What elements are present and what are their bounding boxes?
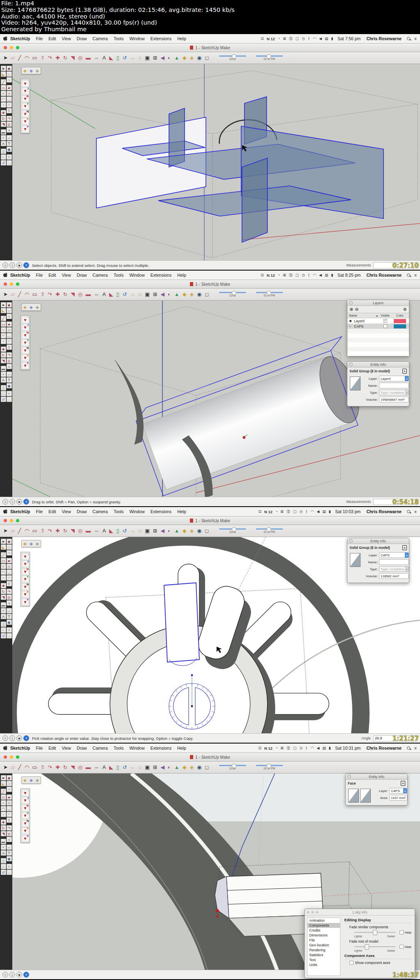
palette-tool-rotated-rectangle[interactable]: ▰ xyxy=(7,85,12,90)
palette-tool-freehand[interactable]: ~ xyxy=(7,314,12,319)
geolocation-status-icon[interactable]: + xyxy=(2,499,8,505)
volume-icon[interactable]: ◀ xyxy=(319,273,322,277)
tool-paint-bucket-icon[interactable]: ◣ xyxy=(109,765,113,770)
front-view-icon[interactable]: ◈ xyxy=(35,305,40,310)
tool-select-icon[interactable]: ➤ xyxy=(3,528,7,534)
tool-zoom-extents-icon[interactable]: ⊞ xyxy=(153,765,157,770)
palette-tool-dimensions[interactable]: ⇔ xyxy=(7,372,12,377)
tool-offset-icon[interactable]: ◎ xyxy=(78,528,82,534)
bluetooth-icon[interactable]: ᛒ xyxy=(308,37,310,41)
palette-tool-3d-text[interactable]: T xyxy=(7,850,12,856)
palette-tool-circle[interactable]: ○ xyxy=(1,564,6,569)
top-view-icon[interactable]: ◈ xyxy=(29,305,34,310)
airplay-icon[interactable]: ▢ xyxy=(293,746,297,750)
fade-slider-thumb[interactable] xyxy=(365,944,369,950)
palette-tool-follow-me[interactable]: ↷ xyxy=(7,589,12,594)
slider-thumb[interactable] xyxy=(232,291,236,295)
push-f-icon[interactable]: ▼F xyxy=(22,126,29,133)
menu-item-edit[interactable]: Edit xyxy=(48,36,56,41)
menu-item-tools[interactable]: Tools xyxy=(114,273,124,278)
clock-icon[interactable]: ◷ xyxy=(299,746,303,750)
tool-text-icon[interactable]: A xyxy=(103,765,106,770)
app-badge-icon[interactable]: N 12 xyxy=(264,510,272,514)
menu-item-extensions[interactable]: Extensions xyxy=(151,273,171,278)
palette-tool-rotate[interactable]: ↻ xyxy=(1,116,6,121)
spotlight-search-icon[interactable] xyxy=(406,37,411,41)
smart-push-icon[interactable]: ▼▫ xyxy=(22,317,29,324)
tool-move-icon[interactable]: ✚ xyxy=(55,765,59,770)
spotlight-search-icon[interactable] xyxy=(406,746,411,750)
palette-tool-look-around[interactable]: ◉ xyxy=(7,147,12,152)
palette-tool-section-plane[interactable]: ▯ xyxy=(1,149,6,154)
push-n-icon[interactable]: ▼N xyxy=(22,820,29,827)
palette-tool-three-point-arc[interactable]: ◜ xyxy=(7,102,12,108)
shadow-date-slider[interactable]: 11/08 xyxy=(219,528,246,533)
menu-item-edit[interactable]: Edit xyxy=(48,746,56,750)
help-status-icon[interactable]: ? xyxy=(23,735,29,741)
tool-push-pull-icon[interactable]: ⇧ xyxy=(40,765,44,770)
category-item-animation[interactable]: Animation xyxy=(308,918,340,923)
user-status-icon[interactable]: ☻ xyxy=(16,262,22,268)
palette-tool-follow-me[interactable]: ↷ xyxy=(7,116,12,121)
palette-tool-line[interactable]: ╱ xyxy=(1,316,6,321)
layer-options-gear-icon[interactable]: ⚙ xyxy=(403,307,407,312)
layer-row[interactable]: ○CAPS xyxy=(347,324,409,329)
user-status-icon[interactable]: ☻ xyxy=(16,499,22,505)
palette-tool-push-pull[interactable]: ⇧ xyxy=(7,108,12,113)
palette-tool-arc[interactable]: ◠ xyxy=(1,333,6,338)
spotlight-search-icon[interactable] xyxy=(406,510,411,514)
palette-tool-pan[interactable]: ↔ xyxy=(7,397,12,402)
palette-tool-text[interactable]: A xyxy=(1,141,6,146)
palette-tool-make-component[interactable]: ◆ xyxy=(7,302,12,308)
palette-tool-axes[interactable]: + xyxy=(1,608,6,613)
menubar-clock[interactable]: Sat 8:25 pm xyxy=(338,273,361,278)
palette-tool-section-plane[interactable]: ▯ xyxy=(1,622,6,627)
push-x-icon[interactable]: ▼X xyxy=(22,118,29,125)
field-select[interactable]: Type: <undefine▾ xyxy=(379,566,409,572)
palette-tool-make-component[interactable]: ◆ xyxy=(7,66,12,71)
palette-tool-scale[interactable]: ◥ xyxy=(1,122,6,127)
menu-item-view[interactable]: View xyxy=(62,273,71,278)
hide-checkbox[interactable] xyxy=(399,930,404,934)
field-select[interactable]: Layer0▾ xyxy=(379,376,409,381)
menubar-clock[interactable]: Sat 10:31 pm xyxy=(335,746,361,750)
menu-item-camera[interactable]: Camera xyxy=(93,36,108,41)
menu-item-camera[interactable]: Camera xyxy=(93,273,108,278)
push-x-icon[interactable]: ▼X xyxy=(22,827,29,834)
entity-toggle-icon[interactable]: + xyxy=(401,781,405,786)
menubar-user[interactable]: Chris Rosewarne xyxy=(366,36,402,41)
menu-item-tools[interactable]: Tools xyxy=(114,36,124,41)
palette-tool-rotate[interactable]: ↻ xyxy=(1,352,6,358)
field-select[interactable]: CAPS▾ xyxy=(389,788,407,794)
help-status-icon[interactable]: ? xyxy=(23,972,29,978)
sync-icon[interactable]: ⊞ xyxy=(283,37,286,41)
palette-tool-freehand[interactable]: ~ xyxy=(7,550,12,555)
tool-tape-measure-icon[interactable]: ▬ xyxy=(86,765,91,770)
push-f-icon[interactable]: ▼F xyxy=(22,835,29,842)
palette-tool-freehand[interactable]: ~ xyxy=(7,77,12,83)
smart-push-icon[interactable]: ▼▫ xyxy=(22,790,29,796)
info-status-icon[interactable]: i xyxy=(9,262,15,268)
menu-item-help[interactable]: Help xyxy=(177,36,186,41)
tool-text-icon[interactable]: A xyxy=(103,292,106,297)
clock-icon[interactable]: ◷ xyxy=(299,510,303,514)
tool-section-plane-icon[interactable]: ▯ xyxy=(116,765,119,770)
palette-tool-offset[interactable]: ◎ xyxy=(7,594,12,600)
tool-rectangle-icon[interactable]: ▭ xyxy=(32,765,37,770)
slider-thumb[interactable] xyxy=(267,291,271,295)
palette-tool-move[interactable]: ✚ xyxy=(1,110,6,115)
tool-styles-icon[interactable]: ◈ xyxy=(190,55,194,61)
palette-tool-two-point-arc[interactable]: ◡ xyxy=(7,96,12,102)
tool-rectangle-icon[interactable]: ▭ xyxy=(32,528,37,534)
menu-item-window[interactable]: Window xyxy=(129,746,144,750)
palette-tool-two-point-arc[interactable]: ◡ xyxy=(7,333,12,338)
spotlight-search-icon[interactable] xyxy=(406,273,411,278)
palette-tool-select[interactable]: ➤ xyxy=(1,302,6,308)
palette-tool-axes[interactable]: + xyxy=(1,845,6,850)
hide-checkbox[interactable] xyxy=(399,945,404,949)
category-item-file[interactable]: File xyxy=(308,938,340,943)
tool-arc-icon[interactable]: ◠ xyxy=(25,528,29,534)
battery-icon[interactable]: ▮ xyxy=(329,746,331,750)
menu-item-camera[interactable]: Camera xyxy=(93,746,108,750)
user-status-icon[interactable]: ☻ xyxy=(16,972,22,978)
